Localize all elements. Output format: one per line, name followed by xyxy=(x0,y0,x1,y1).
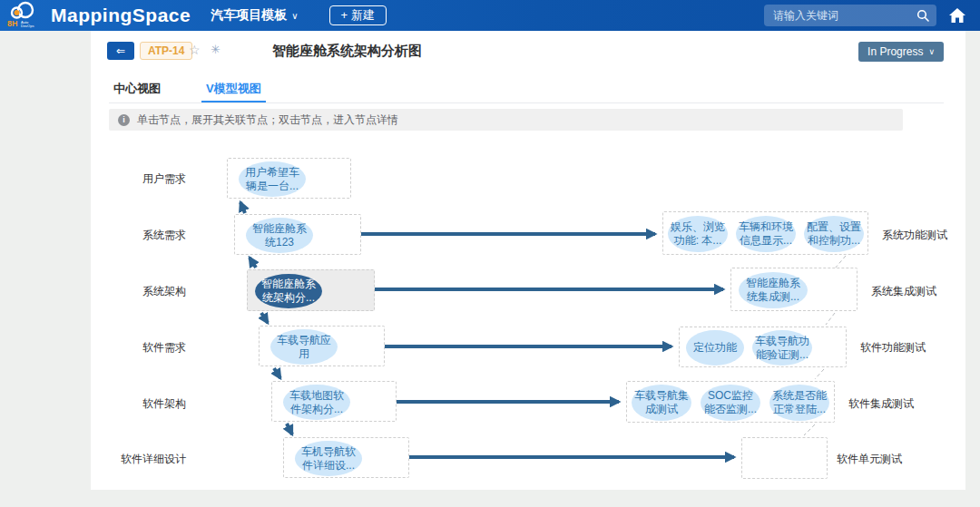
node-group-software-architecture: 车载地图软 件架构分... xyxy=(271,381,397,422)
vmodel-diagram: 用户需求 系统需求 系统架构 软件需求 软件架构 软件详细设计 系统功能测试 系… xyxy=(91,130,965,490)
page-title: 智能座舱系统架构分析图 xyxy=(272,43,422,60)
search-icon[interactable] xyxy=(916,9,929,22)
node-group-user-requirement: 用户希望车 辆是一台... xyxy=(227,158,351,199)
node-test-entertainment[interactable]: 娱乐、浏览 功能: 本... xyxy=(668,216,728,252)
node-system-architecture-selected[interactable]: 智能座舱系 统架构分... xyxy=(255,274,322,308)
info-tip-text: 单击节点，展开其关联节点；双击节点，进入节点详情 xyxy=(137,112,398,128)
row-label-software-architecture: 软件架构 xyxy=(100,396,186,412)
chevron-down-icon: ∨ xyxy=(928,47,935,56)
test-label-software-integration: 软件集成测试 xyxy=(848,396,914,412)
row-label-software-detailed-design: 软件详细设计 xyxy=(100,452,186,467)
main-content-card: ⇐ ATP-14 ☆ ✳ 智能座舱系统架构分析图 In Progress ∨ 中… xyxy=(91,31,965,490)
test-label-system-integration: 系统集成测试 xyxy=(871,284,936,299)
logo-8h-text: 8H xyxy=(7,19,18,28)
home-icon[interactable] xyxy=(949,8,965,23)
row-label-software-requirements: 软件需求 xyxy=(100,340,186,356)
top-navigation-bar: 8H Auto DevOps MappingSpace 汽车项目模板 ∨ + 新… xyxy=(0,0,980,31)
row-label-user-requirements: 用户需求 xyxy=(100,171,186,187)
status-label: In Progress xyxy=(867,45,923,58)
test-group-software-function: 定位功能 车载导航功 能验证测... xyxy=(679,327,847,367)
node-test-soc-monitor[interactable]: SOC监控 能否监测... xyxy=(701,385,760,421)
test-label-software-unit: 软件单元测试 xyxy=(837,452,902,467)
node-test-config-control[interactable]: 配置、设置 和控制功... xyxy=(804,216,864,252)
view-tabs: 中心视图 V模型视图 xyxy=(109,73,944,103)
node-test-system-login[interactable]: 系统是否能 正常登陆... xyxy=(769,385,829,421)
tab-vmodel-view[interactable]: V模型视图 xyxy=(201,73,266,102)
status-dropdown[interactable]: In Progress ∨ xyxy=(858,42,944,62)
node-test-cockpit-integration[interactable]: 智能座舱系 统集成测... xyxy=(739,272,808,308)
test-group-system-function: 娱乐、浏览 功能: 本... 车辆和环境 信息显示... 配置、设置 和控制功.… xyxy=(662,211,868,255)
new-button[interactable]: + 新建 xyxy=(329,5,387,25)
node-test-nav-integration[interactable]: 车载导航集 成测试 xyxy=(632,385,691,421)
test-label-system-function: 系统功能测试 xyxy=(882,228,947,243)
project-selector[interactable]: 汽车项目模板 ∨ xyxy=(211,7,298,24)
project-selector-label: 汽车项目模板 xyxy=(211,7,287,24)
search-box xyxy=(764,5,936,26)
chevron-down-icon: ∨ xyxy=(291,11,298,21)
node-test-positioning[interactable]: 定位功能 xyxy=(686,330,744,366)
node-test-nav-verification[interactable]: 车载导航功 能验证测... xyxy=(752,330,812,366)
info-bar: i 单击节点，展开其关联节点；双击节点，进入节点详情 xyxy=(109,109,903,131)
test-group-system-integration: 智能座舱系 统集成测... xyxy=(730,268,858,311)
cloud-logo-icon xyxy=(9,1,40,21)
node-user-requirement[interactable]: 用户希望车 辆是一台... xyxy=(239,161,306,197)
row-label-system-architecture: 系统架构 xyxy=(100,284,186,299)
test-group-software-integration: 车载导航集 成测试 SOC监控 能否监测... 系统是否能 正常登陆... xyxy=(626,381,835,423)
node-group-system-architecture: 智能座舱系 统架构分... xyxy=(247,269,375,311)
back-arrow-icon: ⇐ xyxy=(116,44,125,57)
test-group-software-unit-empty xyxy=(741,437,828,479)
row-label-system-requirements: 系统需求 xyxy=(100,228,186,243)
brand-wordmark: MappingSpace xyxy=(51,5,191,26)
node-group-software-requirement: 车载导航应 用 xyxy=(259,326,385,366)
page-header: ⇐ ATP-14 ☆ ✳ 智能座舱系统架构分析图 In Progress ∨ xyxy=(91,31,965,71)
info-icon: i xyxy=(118,114,130,126)
test-label-software-function: 软件功能测试 xyxy=(860,340,926,356)
tab-center-view[interactable]: 中心视图 xyxy=(109,73,165,102)
item-id-badge[interactable]: ATP-14 xyxy=(140,42,192,60)
search-input[interactable] xyxy=(773,9,916,22)
node-software-requirement[interactable]: 车载导航应 用 xyxy=(270,329,338,365)
asterisk-icon[interactable]: ✳ xyxy=(211,43,220,56)
app-logo: 8H Auto DevOps xyxy=(5,0,45,31)
node-group-software-detailed-design: 车机导航软 件详细设... xyxy=(283,437,409,478)
node-group-system-requirement: 智能座舱系 统123 xyxy=(234,214,361,255)
node-test-vehicle-env-info[interactable]: 车辆和环境 信息显示... xyxy=(736,216,796,252)
logo-subtext: Auto DevOps xyxy=(21,21,41,28)
node-software-architecture[interactable]: 车载地图软 件架构分... xyxy=(283,385,350,420)
star-favorite-icon[interactable]: ☆ xyxy=(189,43,201,57)
node-system-requirement[interactable]: 智能座舱系 统123 xyxy=(246,218,313,253)
node-software-detailed-design[interactable]: 车机导航软 件详细设... xyxy=(295,441,362,476)
back-button[interactable]: ⇐ xyxy=(107,42,134,60)
